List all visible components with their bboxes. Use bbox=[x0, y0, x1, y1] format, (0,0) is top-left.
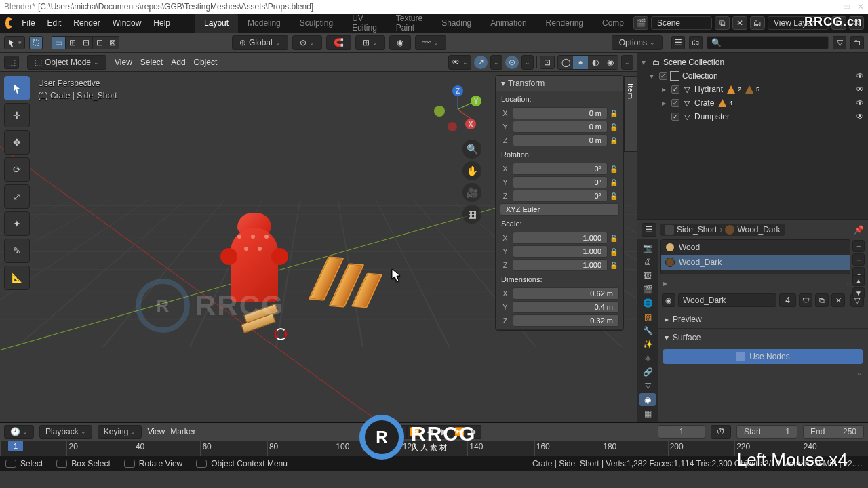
tab-mesh-icon[interactable]: ▽ bbox=[639, 380, 656, 392]
tab-physics-icon[interactable]: ⚛ bbox=[639, 352, 656, 365]
material-move-down-icon[interactable]: ▼ bbox=[852, 287, 865, 298]
scale-y-field[interactable]: 1.000 bbox=[513, 245, 608, 258]
orientation-dropdown[interactable]: ⊕ Global ⌄ bbox=[232, 35, 288, 50]
keying-dropdown[interactable]: Keying ⌄ bbox=[98, 425, 142, 439]
tool-cursor[interactable]: ✛ bbox=[4, 103, 30, 127]
timeline-view-menu[interactable]: View bbox=[147, 427, 165, 436]
scene-delete-icon[interactable]: ✕ bbox=[732, 16, 747, 30]
gizmo-toggle-icon[interactable]: ↗ bbox=[474, 56, 488, 69]
gizmo-neg-y[interactable] bbox=[434, 106, 445, 117]
timeline-marker-menu[interactable]: Marker bbox=[170, 427, 195, 436]
maximize-icon[interactable]: ▭ bbox=[843, 2, 850, 12]
pin-icon[interactable]: 📌 bbox=[854, 225, 864, 235]
tab-modeling[interactable]: Modeling bbox=[238, 14, 290, 33]
timeline-editor-type-icon[interactable]: 🕘 ⌄ bbox=[4, 425, 34, 439]
shading-solid-icon[interactable]: ● bbox=[573, 56, 588, 69]
material-users[interactable]: 4 bbox=[779, 293, 796, 307]
playback-dropdown[interactable]: Playback ⌄ bbox=[39, 425, 92, 439]
dim-z-field[interactable]: 0.32 m bbox=[513, 314, 619, 327]
minimize-icon[interactable]: — bbox=[828, 2, 836, 12]
scene-name-field[interactable]: Scene bbox=[651, 16, 712, 30]
menu-file[interactable]: File bbox=[22, 18, 35, 28]
tool-measure[interactable]: 📐 bbox=[4, 266, 30, 290]
material-remove-icon[interactable]: － bbox=[852, 253, 865, 266]
pivot-dropdown[interactable]: ⊙ ⌄ bbox=[292, 35, 322, 50]
gizmo-z[interactable]: Z bbox=[452, 85, 463, 96]
select-extend-icon[interactable]: ⊞ bbox=[65, 36, 79, 49]
scene-new-icon[interactable]: ⧉ bbox=[715, 16, 730, 30]
select-intersect-icon[interactable]: ⊡ bbox=[92, 36, 106, 49]
tab-object-icon[interactable]: ▧ bbox=[639, 311, 656, 323]
loc-x-field[interactable]: 0 m bbox=[513, 107, 608, 119]
tool-scale[interactable]: ⤢ bbox=[4, 184, 30, 209]
tab-compositing[interactable]: Comp bbox=[593, 14, 633, 33]
select-new-icon[interactable]: ▭ bbox=[52, 36, 65, 49]
scale-x-field[interactable]: 1.000 bbox=[513, 232, 608, 244]
outliner-search-input[interactable]: 🔍 bbox=[707, 36, 829, 49]
proportional-edit-toggle[interactable]: ◉ bbox=[389, 35, 411, 50]
tab-particles-icon[interactable]: ✨ bbox=[639, 338, 656, 350]
overlays-dropdown[interactable]: ⌄ bbox=[521, 55, 534, 70]
tab-layout[interactable]: Layout bbox=[195, 14, 238, 33]
tab-shading[interactable]: Shading bbox=[432, 14, 481, 33]
chevron-right-icon[interactable]: ▸ bbox=[663, 279, 667, 288]
snap-toggle[interactable]: 🧲 bbox=[326, 35, 351, 50]
close-icon[interactable]: ✕ bbox=[857, 2, 864, 12]
tab-world-icon[interactable]: 🌐 bbox=[639, 297, 656, 309]
vp-menu-select[interactable]: Select bbox=[140, 58, 163, 67]
viewport-3d[interactable]: ✛ ✥ ⟳ ⤢ ✦ ✎ 📐 User Perspective (1) Crate… bbox=[0, 72, 637, 422]
vp-menu-add[interactable]: Add bbox=[171, 58, 185, 67]
tab-constraints-icon[interactable]: 🔗 bbox=[639, 366, 656, 378]
item-checkbox[interactable] bbox=[671, 113, 679, 121]
tab-render-icon[interactable]: 📷 bbox=[639, 242, 656, 254]
outliner-editor-type-icon[interactable]: ☰ bbox=[671, 36, 685, 49]
lock-icon[interactable]: 🔓 bbox=[610, 137, 619, 144]
shading-options-dropdown[interactable]: ⌄ bbox=[621, 55, 633, 70]
collection-checkbox[interactable] bbox=[659, 72, 667, 80]
surface-panel-header[interactable]: ▾ Surface bbox=[658, 328, 868, 346]
outliner-item-crate[interactable]: ▸ ▽ Crate 4 👁 bbox=[637, 96, 868, 110]
vp-menu-object[interactable]: Object bbox=[194, 58, 218, 67]
tab-modifiers-icon[interactable]: 🔧 bbox=[639, 325, 656, 337]
use-nodes-button[interactable]: Use Nodes bbox=[663, 349, 863, 364]
gizmo-y[interactable]: Y bbox=[471, 96, 481, 106]
tab-scene-icon[interactable]: 🎬 bbox=[639, 283, 656, 296]
rot-z-field[interactable]: 0° bbox=[513, 190, 608, 202]
lock-icon[interactable]: 🔓 bbox=[610, 165, 619, 173]
mode-dropdown[interactable]: ⬚ Object Mode ⌄ bbox=[27, 55, 106, 70]
material-browse-icon[interactable]: ◉ bbox=[662, 293, 675, 307]
tab-uv[interactable]: UV Editing bbox=[342, 14, 387, 33]
current-frame-field[interactable]: 1 bbox=[658, 425, 705, 439]
material-move-up-icon[interactable]: ▲ bbox=[852, 275, 865, 286]
select-box-icon[interactable] bbox=[29, 36, 43, 49]
outliner-item-hydrant[interactable]: ▸ ▽ Hydrant 2 5 👁 bbox=[637, 83, 868, 96]
dim-x-field[interactable]: 0.62 m bbox=[513, 287, 619, 300]
lock-icon[interactable]: 🔓 bbox=[610, 235, 619, 242]
select-invert-icon[interactable]: ⊠ bbox=[106, 36, 119, 49]
scene-browse-icon[interactable]: 🎬 bbox=[633, 16, 648, 30]
tab-texture-icon[interactable]: ▦ bbox=[639, 407, 656, 420]
gizmo-x[interactable]: X bbox=[465, 119, 476, 129]
material-name-field[interactable]: Wood_Dark bbox=[678, 293, 776, 307]
zoom-icon[interactable]: 🔍 bbox=[462, 140, 481, 159]
viewlayer-browse-icon[interactable]: 🗂 bbox=[750, 16, 765, 30]
lock-icon[interactable]: 🔓 bbox=[610, 262, 619, 269]
tool-transform[interactable]: ✦ bbox=[4, 211, 30, 236]
material-add-icon[interactable]: ＋ bbox=[852, 240, 865, 252]
playhead-frame[interactable]: 1 bbox=[8, 441, 23, 451]
tab-viewlayer-icon[interactable]: 🖼 bbox=[639, 270, 656, 282]
shading-wireframe-icon[interactable]: ◯ bbox=[558, 56, 573, 69]
outliner-item-dumpster[interactable]: ▸ ▽ Dumpster 👁 bbox=[637, 110, 868, 123]
breadcrumb[interactable]: Side_Short › Wood_Dark bbox=[660, 224, 785, 236]
tab-output-icon[interactable]: 🖨 bbox=[639, 256, 656, 268]
overlays-toggle-icon[interactable]: ⊙ bbox=[505, 56, 519, 69]
pan-icon[interactable]: ✋ bbox=[462, 161, 481, 180]
menu-help[interactable]: Help bbox=[153, 18, 170, 28]
shading-rendered-icon[interactable]: ◉ bbox=[603, 56, 618, 69]
eye-icon[interactable]: 👁 bbox=[856, 85, 864, 94]
tab-animation[interactable]: Animation bbox=[481, 14, 536, 33]
end-frame-field[interactable]: End250 bbox=[803, 425, 864, 439]
xray-toggle-icon[interactable]: ⊡ bbox=[540, 56, 555, 69]
shading-matprev-icon[interactable]: ◐ bbox=[588, 56, 603, 69]
material-slot-list[interactable]: Wood Wood_Dark ＋ － ⌄ ▲ bbox=[660, 239, 850, 274]
